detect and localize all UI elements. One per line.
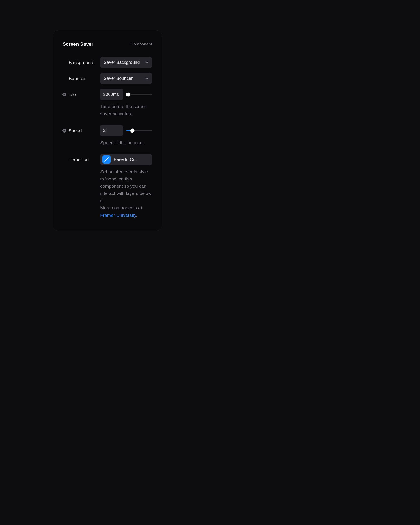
- label-bouncer: Bouncer: [63, 76, 100, 81]
- speed-description: Speed of the bouncer.: [100, 139, 152, 146]
- row-speed: Speed 2: [63, 125, 152, 136]
- transition-description-text-2b: .: [136, 213, 137, 218]
- row-background: Background Saver Background: [63, 57, 152, 68]
- ease-curve-icon: [102, 155, 111, 164]
- idle-value-input[interactable]: 3000ms: [100, 89, 123, 100]
- panel-header: Screen Saver Component: [63, 41, 152, 47]
- panel-title: Screen Saver: [63, 41, 93, 47]
- slider-thumb[interactable]: [130, 128, 134, 132]
- label-idle: Idle: [62, 92, 100, 97]
- bouncer-select-value: Saver Bouncer: [104, 76, 132, 81]
- label-speed: Speed: [62, 128, 100, 133]
- idle-value-text: 3000ms: [103, 92, 119, 97]
- slider-thumb[interactable]: [126, 92, 130, 96]
- transition-description-text-2a: More components at: [100, 205, 142, 210]
- plus-circle-icon[interactable]: [62, 93, 66, 96]
- bouncer-select[interactable]: Saver Bouncer: [100, 73, 152, 84]
- properties-panel: Screen Saver Component Background Saver …: [53, 30, 162, 231]
- framer-university-link[interactable]: Framer University: [100, 213, 136, 218]
- label-speed-text: Speed: [68, 128, 82, 133]
- speed-slider[interactable]: [126, 128, 152, 133]
- transition-select[interactable]: Ease In Out: [100, 154, 152, 165]
- label-transition: Transition: [63, 157, 100, 162]
- label-background: Background: [63, 60, 100, 65]
- chevron-down-icon: [145, 77, 149, 80]
- transition-select-value: Ease In Out: [114, 157, 137, 162]
- label-idle-text: Idle: [68, 92, 76, 97]
- transition-description-text-1: Set pointer events style to 'none' on th…: [100, 169, 152, 203]
- row-idle: Idle 3000ms: [63, 89, 152, 100]
- speed-value-input[interactable]: 2: [100, 125, 123, 136]
- panel-type-label: Component: [131, 42, 152, 47]
- chevron-down-icon: [145, 61, 149, 64]
- background-select-value: Saver Background: [104, 60, 140, 65]
- row-bouncer: Bouncer Saver Bouncer: [63, 73, 152, 84]
- background-select[interactable]: Saver Background: [100, 57, 152, 68]
- speed-value-text: 2: [103, 128, 106, 133]
- plus-circle-icon[interactable]: [62, 129, 66, 132]
- row-transition: Transition Ease In Out: [63, 154, 152, 165]
- idle-description: Time before the screen saver activates.: [100, 103, 152, 117]
- idle-slider[interactable]: [126, 92, 152, 97]
- transition-description: Set pointer events style to 'none' on th…: [100, 168, 152, 219]
